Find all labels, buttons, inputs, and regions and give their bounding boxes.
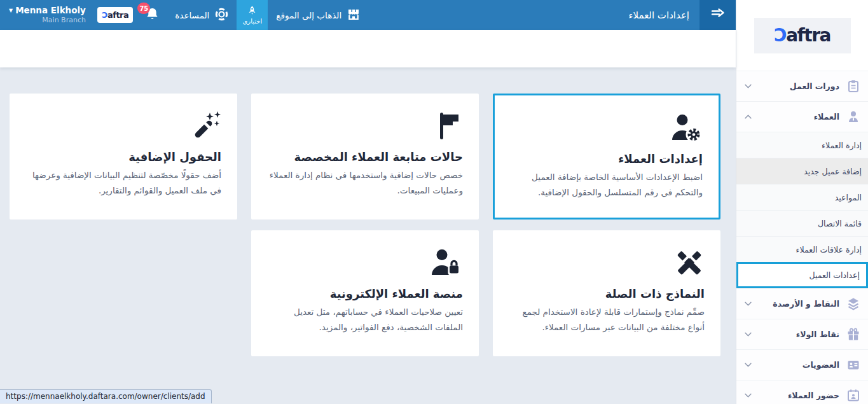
chevron-down-icon xyxy=(745,302,752,306)
sidebar-item-label: حضور العملاء xyxy=(788,391,839,400)
app-root: إعدادات العملاء الذهاب إلى الموقع اختبار… xyxy=(0,0,868,404)
sidebar-subitem-label: إدارة العملاء xyxy=(822,141,862,150)
sidebar-item-label: العملاء xyxy=(814,112,839,122)
flag-icon xyxy=(267,104,463,141)
sidebar-subitem-crm[interactable]: إدارة علاقات العملاء xyxy=(736,236,868,262)
magic-wand-icon xyxy=(25,104,221,141)
double-arrow-icon xyxy=(710,7,726,23)
notifications-button[interactable]: 75 xyxy=(138,0,167,30)
chevron-down-icon xyxy=(745,363,752,367)
pencil-ruler-icon xyxy=(509,240,705,277)
sidebar-subitem-contact-list[interactable]: قائمة الاتصال xyxy=(736,210,868,236)
card-description: خصص حالات إضافية واستخدمها في نظام إدارة… xyxy=(267,168,463,198)
go-to-site-link[interactable]: الذهاب إلى الموقع xyxy=(268,0,368,30)
user-branch: Main Branch xyxy=(42,16,86,25)
sidebar-item-work-cycles[interactable]: دورات العمل xyxy=(736,71,868,101)
sidebar-subitem-label: إعدادات العميل xyxy=(809,270,860,280)
layers-icon xyxy=(846,297,860,310)
card-title: النماذج ذات الصلة xyxy=(509,287,705,300)
topbar-brand-logo[interactable]: Ɔaftra xyxy=(97,7,133,23)
card-description: تعيين صلاحيات العملاء في حساباتهم، مثل ت… xyxy=(267,305,463,335)
sidebar: Ɔaftra دورات العمل العملاء إدارة العملاء xyxy=(736,0,868,404)
toolbar-band xyxy=(0,30,736,67)
card-related-forms[interactable]: النماذج ذات الصلة صمِّم نماذج وإستمارات … xyxy=(493,230,720,356)
sidebar-item-memberships[interactable]: العضويات xyxy=(736,349,868,380)
id-card-icon xyxy=(846,358,860,372)
sidebar-item-points-balances[interactable]: النقاط و الأرصدة xyxy=(736,288,868,319)
gift-icon xyxy=(846,328,860,341)
notification-badge: 75 xyxy=(137,3,150,14)
user-name: Menna Elkholy xyxy=(15,5,86,15)
chevron-up-icon xyxy=(745,115,752,119)
sidebar-toggle-button[interactable] xyxy=(699,0,736,30)
user-gear-icon xyxy=(511,106,703,143)
life-ring-icon xyxy=(215,8,228,23)
users-icon xyxy=(846,110,860,123)
sidebar-logo-wrap: Ɔaftra xyxy=(736,0,868,71)
page-title: إعدادات العملاء xyxy=(617,10,699,21)
sidebar-subitem-appointments[interactable]: المواعيد xyxy=(736,184,868,210)
caret-down-icon: ▼ xyxy=(9,8,13,13)
chevron-down-icon xyxy=(745,332,752,337)
sidebar-item-label: دورات العمل xyxy=(790,81,839,91)
sidebar-item-clients[interactable]: العملاء xyxy=(736,101,868,132)
card-client-settings[interactable]: إعدادات العملاء اضبط الإعدادات الأساسية … xyxy=(493,94,720,219)
card-description: اضبط الإعدادات الأساسية الخاصة بإضافة ال… xyxy=(511,170,703,200)
chevron-down-icon xyxy=(745,393,752,398)
sidebar-subitem-add-client[interactable]: إضافة عميل جديد xyxy=(736,158,868,184)
sidebar-item-label: نقاط الولاء xyxy=(796,330,839,339)
user-menu[interactable]: ▼Menna Elkholy Main Branch xyxy=(0,5,92,25)
card-description: أضف حقولًا مخصّصة لتنظيم البيانات الإضاف… xyxy=(25,168,221,198)
card-title: منصة العملاء الإلكترونية xyxy=(267,287,463,300)
sidebar-subitem-label: إضافة عميل جديد xyxy=(804,167,862,176)
settings-cards-grid: إعدادات العملاء اضبط الإعدادات الأساسية … xyxy=(15,94,720,356)
sidebar-subitem-label: إدارة علاقات العملاء xyxy=(796,245,862,254)
help-label: المساعدة xyxy=(175,10,209,20)
topbar: إعدادات العملاء الذهاب إلى الموقع اختبار… xyxy=(0,0,736,30)
main-area: إعدادات العملاء الذهاب إلى الموقع اختبار… xyxy=(0,0,736,404)
user-lock-icon xyxy=(267,240,463,277)
rocket-icon xyxy=(248,6,256,17)
sidebar-item-client-attendance[interactable]: حضور العملاء xyxy=(736,380,868,404)
go-to-site-label: الذهاب إلى الموقع xyxy=(276,10,341,20)
trial-label: اختبارى xyxy=(243,18,263,25)
card-client-portal[interactable]: منصة العملاء الإلكترونية تعيين صلاحيات ا… xyxy=(251,230,479,356)
content-area: إعدادات العملاء اضبط الإعدادات الأساسية … xyxy=(0,67,736,404)
sidebar-item-loyalty-points[interactable]: نقاط الولاء xyxy=(736,319,868,349)
status-url-tooltip: https://mennaelkholy.daftara.com/owner/c… xyxy=(0,389,212,403)
card-title: الحقول الإضافية xyxy=(25,150,221,164)
brand-logo-mark: Ɔ xyxy=(774,25,786,46)
clipboard-icon xyxy=(846,80,860,93)
sidebar-subitem-label: المواعيد xyxy=(835,193,862,202)
card-custom-fields[interactable]: الحقول الإضافية أضف حقولًا مخصّصة لتنظيم… xyxy=(10,94,237,219)
card-title: حالات متابعة العملاء المخصصة xyxy=(267,150,463,164)
sidebar-item-label: العضويات xyxy=(803,360,839,370)
sidebar-subitem-manage-clients[interactable]: إدارة العملاء xyxy=(736,132,868,158)
card-followup-statuses[interactable]: حالات متابعة العملاء المخصصة خصص حالات إ… xyxy=(251,94,479,219)
sidebar-subitem-client-settings[interactable]: إعدادات العميل xyxy=(736,262,868,288)
trial-tab[interactable]: اختبارى xyxy=(237,0,268,30)
chevron-down-icon xyxy=(745,84,752,88)
storefront-icon xyxy=(347,8,360,22)
brand-logo-mark: Ɔ xyxy=(102,10,107,20)
sidebar-subitem-label: قائمة الاتصال xyxy=(818,219,862,228)
card-description: صمِّم نماذج وإستمارات قابلة لإعادة الاست… xyxy=(509,305,705,335)
sidebar-item-label: النقاط و الأرصدة xyxy=(773,299,839,309)
card-title: إعدادات العملاء xyxy=(511,152,703,165)
sidebar-brand-logo[interactable]: Ɔaftra xyxy=(754,18,851,53)
calendar-user-icon xyxy=(846,389,860,402)
help-button[interactable]: المساعدة xyxy=(167,0,237,30)
